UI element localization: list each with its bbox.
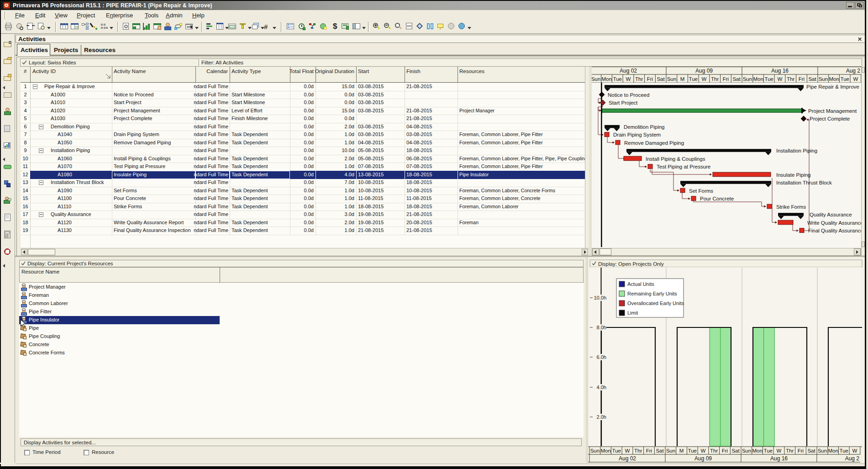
svg-text:6.0h: 6.0h	[597, 354, 606, 360]
svg-text:4.0h: 4.0h	[597, 385, 606, 390]
svg-text:Tue: Tue	[688, 448, 697, 453]
svg-text:Installation Thrust Block: Installation Thrust Block	[776, 180, 832, 185]
svg-text:Actual Units: Actual Units	[627, 281, 654, 287]
svg-text:Sun: Sun	[819, 76, 828, 82]
svg-text:Fri: Fri	[722, 448, 728, 453]
svg-text:Sun: Sun	[592, 76, 600, 82]
svg-text:Thr: Thr	[711, 76, 719, 82]
svg-text:Pour Concrete: Pour Concrete	[700, 196, 734, 201]
svg-text:Fri: Fri	[798, 448, 804, 453]
svg-text:Aug 2: Aug 2	[845, 455, 860, 462]
svg-text:Pipe Repair & Improve: Pipe Repair & Improve	[806, 84, 859, 90]
svg-text:Display: Open Projects Only: Display: Open Projects Only	[598, 261, 664, 267]
svg-text:Fri: Fri	[723, 76, 729, 82]
svg-text:Tue: Tue	[765, 76, 773, 82]
svg-text:Sat: Sat	[731, 448, 740, 453]
svg-text:W: W	[626, 76, 631, 82]
svg-text:10.0h: 10.0h	[594, 295, 606, 300]
svg-text:Test Piping at Pressure: Test Piping at Pressure	[657, 164, 710, 169]
svg-text:Sat: Sat	[732, 76, 741, 82]
svg-text:Tue: Tue	[689, 76, 698, 82]
svg-text:Aug 09: Aug 09	[694, 455, 712, 462]
svg-text:Mon: Mon	[753, 76, 763, 82]
svg-text:Installation Piping: Installation Piping	[776, 148, 817, 153]
svg-text:Sun: Sun	[590, 448, 600, 453]
svg-text:Sun: Sun	[666, 448, 675, 453]
svg-text:8.0h: 8.0h	[597, 325, 606, 330]
svg-text:Aug 16: Aug 16	[771, 68, 789, 74]
svg-text:Final Quality Assurance I: Final Quality Assurance I	[808, 228, 865, 233]
svg-text:Start Project: Start Project	[609, 100, 638, 105]
svg-text:Mon: Mon	[601, 76, 611, 82]
svg-text:Mon: Mon	[752, 448, 762, 453]
svg-text:Demolition Piping: Demolition Piping	[624, 124, 665, 130]
svg-text:Project Complete: Project Complete	[810, 116, 850, 121]
svg-text:Thr: Thr	[786, 448, 794, 453]
svg-text:Aug 16: Aug 16	[770, 455, 788, 462]
svg-text:Sat: Sat	[657, 76, 665, 82]
svg-text:Notice to Proceed: Notice to Proceed	[608, 92, 649, 98]
svg-text:Thr: Thr	[787, 76, 794, 82]
svg-text:Insulate Piping: Insulate Piping	[776, 172, 810, 178]
svg-text:Aug 02: Aug 02	[620, 68, 637, 74]
svg-text:Tue: Tue	[841, 76, 849, 82]
svg-text:W: W	[777, 448, 782, 453]
svg-text:M: M	[680, 76, 685, 82]
svg-text:Sun: Sun	[743, 76, 752, 82]
svg-text:Thr: Thr	[634, 448, 642, 453]
svg-text:M: M	[679, 448, 684, 453]
svg-text:Tue: Tue	[612, 448, 621, 453]
svg-text:Fri: Fri	[647, 76, 653, 82]
svg-text:Quality Assurance: Quality Assurance	[810, 212, 852, 217]
svg-text:Sat: Sat	[656, 448, 664, 453]
svg-text:Aug 02: Aug 02	[619, 455, 636, 462]
svg-text:Write Quality Assurance Repo: Write Quality Assurance Repo	[807, 220, 865, 226]
svg-text:W: W	[853, 76, 858, 82]
svg-text:Tue: Tue	[613, 76, 622, 82]
svg-text:Sat: Sat	[808, 76, 816, 82]
svg-text:Remove Damaged Piping: Remove Damaged Piping	[624, 140, 684, 146]
svg-text:W: W	[702, 76, 707, 82]
svg-text:Remaining Early Units: Remaining Early Units	[627, 291, 677, 296]
svg-text:W: W	[701, 448, 706, 453]
svg-text:Sun: Sun	[667, 76, 676, 82]
svg-text:Fri: Fri	[646, 448, 652, 453]
svg-text:Thr: Thr	[635, 76, 643, 82]
svg-text:Tue: Tue	[764, 448, 773, 453]
svg-text:Strike Forms: Strike Forms	[776, 204, 806, 210]
svg-text:W: W	[778, 76, 783, 82]
svg-text:Mon: Mon	[828, 448, 838, 453]
svg-text:2.0h: 2.0h	[597, 414, 606, 420]
svg-text:Drain Piping System: Drain Piping System	[613, 132, 661, 137]
svg-text:Sun: Sun	[742, 448, 751, 453]
svg-text:Mon: Mon	[829, 76, 839, 82]
svg-text:Limit: Limit	[627, 310, 638, 316]
svg-text:Set Forms: Set Forms	[689, 188, 713, 194]
svg-text:W: W	[625, 448, 630, 453]
svg-text:Sat: Sat	[807, 448, 815, 453]
svg-text:Tue: Tue	[840, 448, 848, 453]
svg-text:Project Management: Project Management	[808, 108, 857, 114]
svg-text:Overallocated Early Units: Overallocated Early Units	[627, 300, 684, 306]
svg-text:Sun: Sun	[818, 448, 827, 453]
svg-text:Aug 2: Aug 2	[846, 68, 861, 74]
svg-text:Install Piping & Couplings: Install Piping & Couplings	[646, 156, 705, 162]
svg-text:W: W	[852, 448, 857, 453]
svg-text:Fri: Fri	[799, 76, 805, 82]
svg-text:Mon: Mon	[600, 448, 610, 453]
svg-text:Thr: Thr	[710, 448, 718, 453]
svg-text:Aug 09: Aug 09	[695, 68, 713, 74]
